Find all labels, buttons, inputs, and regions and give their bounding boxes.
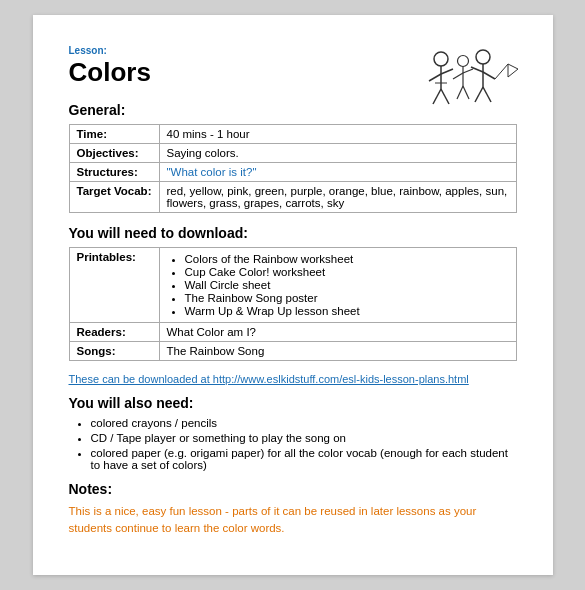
table-row: Time: 40 mins - 1 hour	[69, 125, 516, 144]
also-need-list: colored crayons / pencils CD / Tape play…	[91, 417, 517, 471]
svg-line-5	[441, 89, 449, 104]
download-table: Printables: Colors of the Rainbow worksh…	[69, 247, 517, 361]
songs-value: The Rainbow Song	[159, 342, 516, 361]
svg-point-13	[457, 56, 468, 67]
time-value: 40 mins - 1 hour	[159, 125, 516, 144]
svg-marker-20	[508, 64, 518, 77]
time-label: Time:	[69, 125, 159, 144]
illustration	[413, 39, 523, 114]
also-need-heading: You will also need:	[69, 395, 517, 411]
svg-line-15	[453, 73, 463, 79]
general-table: Time: 40 mins - 1 hour Objectives: Sayin…	[69, 124, 517, 213]
table-row: Structures: "What color is it?"	[69, 163, 516, 182]
printables-value: Colors of the Rainbow worksheet Cup Cake…	[159, 248, 516, 323]
notes-heading: Notes:	[69, 481, 517, 497]
svg-line-18	[463, 86, 469, 99]
svg-line-12	[483, 87, 491, 102]
svg-point-0	[434, 52, 448, 66]
svg-line-2	[429, 74, 441, 81]
vocab-label: Target Vocab:	[69, 182, 159, 213]
table-row: Printables: Colors of the Rainbow worksh…	[69, 248, 516, 323]
svg-line-11	[475, 87, 483, 102]
list-item: Cup Cake Color! worksheet	[185, 266, 509, 278]
svg-line-3	[441, 69, 453, 74]
list-item: Warm Up & Wrap Up lesson sheet	[185, 305, 509, 317]
notes-text: This is a nice, easy fun lesson - parts …	[69, 503, 517, 538]
list-item: colored crayons / pencils	[91, 417, 517, 429]
download-link[interactable]: These can be downloaded at http://www.es…	[69, 373, 517, 385]
structures-text: "What color is it?"	[167, 166, 257, 178]
printables-label: Printables:	[69, 248, 159, 323]
table-row: Songs: The Rainbow Song	[69, 342, 516, 361]
list-item: colored paper (e.g. origami paper) for a…	[91, 447, 517, 471]
songs-label: Songs:	[69, 342, 159, 361]
readers-value: What Color am I?	[159, 323, 516, 342]
objectives-label: Objectives:	[69, 144, 159, 163]
printables-list: Colors of the Rainbow worksheet Cup Cake…	[185, 253, 509, 317]
lesson-page: Lesson: Colors General: Time: 40 mins - …	[33, 15, 553, 575]
table-row: Target Vocab: red, yellow, pink, green, …	[69, 182, 516, 213]
download-heading: You will need to download:	[69, 225, 517, 241]
svg-line-16	[463, 69, 473, 73]
structures-value: "What color is it?"	[159, 163, 516, 182]
list-item: The Rainbow Song poster	[185, 292, 509, 304]
list-item: CD / Tape player or something to play th…	[91, 432, 517, 444]
svg-point-7	[476, 50, 490, 64]
structures-label: Structures:	[69, 163, 159, 182]
table-row: Objectives: Saying colors.	[69, 144, 516, 163]
vocab-value: red, yellow, pink, green, purple, orange…	[159, 182, 516, 213]
svg-line-17	[457, 86, 463, 99]
list-item: Wall Circle sheet	[185, 279, 509, 291]
table-row: Readers: What Color am I?	[69, 323, 516, 342]
readers-label: Readers:	[69, 323, 159, 342]
svg-line-4	[433, 89, 441, 104]
objectives-value: Saying colors.	[159, 144, 516, 163]
list-item: Colors of the Rainbow worksheet	[185, 253, 509, 265]
svg-line-10	[483, 72, 495, 79]
svg-line-19	[495, 64, 508, 79]
